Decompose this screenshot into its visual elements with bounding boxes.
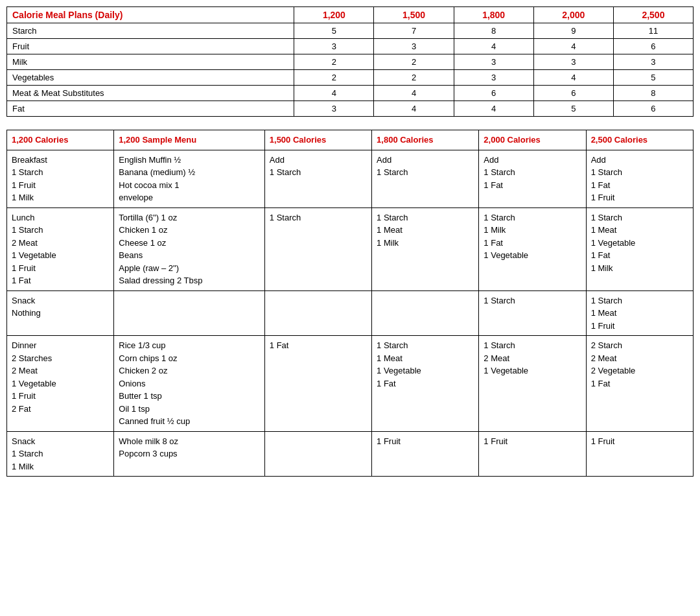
meal-cell-r2-c5: 1 Starch1 Meat1 Fruit (586, 290, 693, 336)
cell-r5-c4: 6 (613, 101, 693, 117)
meal-cell-r3-c5: 2 Starch2 Meat2 Vegetable1 Fat (586, 336, 693, 432)
meal-cell-r0-c3: Add1 Starch (372, 150, 479, 207)
meal-cell-r0-c2: Add1 Starch (264, 150, 371, 207)
table-title: Calorie Meal Plans (Daily) (7, 7, 294, 23)
meal-col-header-4: 2,000 Calories (479, 130, 586, 150)
row-label-2: Milk (7, 54, 294, 70)
meal-cell-r1-c4: 1 Starch1 Milk1 Fat1 Vegetable (479, 207, 586, 290)
meal-col-header-0: 1,200 Calories (7, 130, 114, 150)
meal-cell-r3-c3: 1 Starch1 Meat1 Vegetable1 Fat (372, 336, 479, 432)
meal-cell-r2-c2 (264, 290, 371, 336)
cell-r3-c4: 5 (613, 70, 693, 86)
meal-cell-r0-c5: Add1 Starch1 Fat1 Fruit (586, 150, 693, 207)
meal-cell-r2-c4: 1 Starch (479, 290, 586, 336)
row-label-1: Fruit (7, 39, 294, 54)
cell-r3-c3: 4 (533, 70, 613, 86)
cell-r4-c3: 6 (533, 86, 613, 101)
calorie-meal-plans-table: Calorie Meal Plans (Daily) 1,200 1,500 1… (6, 6, 694, 117)
col-header-2000: 2,000 (533, 7, 613, 23)
meal-cell-r3-c2: 1 Fat (264, 336, 371, 432)
meal-cell-r4-c2 (264, 431, 371, 477)
meal-cell-r1-c2: 1 Starch (264, 207, 371, 290)
meal-cell-r1-c1: Tortilla (6") 1 ozChicken 1 ozCheese 1 o… (114, 207, 265, 290)
meal-cell-r1-c5: 1 Starch1 Meat1 Vegetable1 Fat1 Milk (586, 207, 693, 290)
meal-cell-r4-c4: 1 Fruit (479, 431, 586, 477)
cell-r4-c4: 8 (613, 86, 693, 101)
meal-cell-r1-c0: Lunch1 Starch2 Meat1 Vegetable1 Fruit1 F… (7, 207, 114, 290)
meal-cell-r4-c3: 1 Fruit (372, 431, 479, 477)
cell-r5-c1: 4 (374, 101, 454, 117)
cell-r1-c1: 3 (374, 39, 454, 54)
col-header-1800: 1,800 (454, 7, 533, 23)
cell-r1-c4: 6 (613, 39, 693, 54)
meal-col-header-2: 1,500 Calories (264, 130, 371, 150)
cell-r5-c3: 5 (533, 101, 613, 117)
meal-cell-r3-c4: 1 Starch2 Meat1 Vegetable (479, 336, 586, 432)
meal-cell-r0-c1: English Muffin ½Banana (medium) ½Hot coc… (114, 150, 265, 207)
meal-cell-r4-c0: Snack1 Starch1 Milk (7, 431, 114, 477)
sample-menu-table: 1,200 Calories1,200 Sample Menu1,500 Cal… (6, 130, 694, 477)
cell-r1-c3: 4 (533, 39, 613, 54)
meal-cell-r2-c3 (372, 290, 479, 336)
col-header-1500: 1,500 (374, 7, 454, 23)
cell-r2-c1: 2 (374, 54, 454, 70)
meal-cell-r0-c4: Add1 Starch1 Fat (479, 150, 586, 207)
meal-col-header-3: 1,800 Calories (372, 130, 479, 150)
row-label-3: Vegetables (7, 70, 294, 86)
cell-r2-c3: 3 (533, 54, 613, 70)
cell-r3-c2: 3 (454, 70, 533, 86)
cell-r5-c0: 3 (294, 101, 374, 117)
cell-r5-c2: 4 (454, 101, 533, 117)
meal-cell-r1-c3: 1 Starch1 Meat1 Milk (372, 207, 479, 290)
meal-col-header-1: 1,200 Sample Menu (114, 130, 265, 150)
cell-r4-c2: 6 (454, 86, 533, 101)
meal-cell-r0-c0: Breakfast1 Starch1 Fruit1 Milk (7, 150, 114, 207)
row-label-4: Meat & Meat Substitutes (7, 86, 294, 101)
cell-r0-c4: 11 (613, 23, 693, 39)
col-header-1200: 1,200 (294, 7, 374, 23)
cell-r1-c0: 3 (294, 39, 374, 54)
meal-cell-r4-c1: Whole milk 8 ozPopcorn 3 cups (114, 431, 265, 477)
cell-r1-c2: 4 (454, 39, 533, 54)
meal-col-header-5: 2,500 Calories (586, 130, 693, 150)
meal-cell-r4-c5: 1 Fruit (586, 431, 693, 477)
cell-r2-c0: 2 (294, 54, 374, 70)
col-header-2500: 2,500 (613, 7, 693, 23)
cell-r3-c0: 2 (294, 70, 374, 86)
meal-cell-r3-c1: Rice 1/3 cupCorn chips 1 ozChicken 2 ozO… (114, 336, 265, 432)
meal-cell-r3-c0: Dinner2 Starches2 Meat1 Vegetable1 Fruit… (7, 336, 114, 432)
cell-r2-c2: 3 (454, 54, 533, 70)
cell-r0-c2: 8 (454, 23, 533, 39)
cell-r4-c1: 4 (374, 86, 454, 101)
cell-r0-c3: 9 (533, 23, 613, 39)
cell-r0-c0: 5 (294, 23, 374, 39)
meal-cell-r2-c1 (114, 290, 265, 336)
cell-r4-c0: 4 (294, 86, 374, 101)
row-label-0: Starch (7, 23, 294, 39)
meal-cell-r2-c0: SnackNothing (7, 290, 114, 336)
cell-r3-c1: 2 (374, 70, 454, 86)
row-label-5: Fat (7, 101, 294, 117)
cell-r2-c4: 3 (613, 54, 693, 70)
cell-r0-c1: 7 (374, 23, 454, 39)
